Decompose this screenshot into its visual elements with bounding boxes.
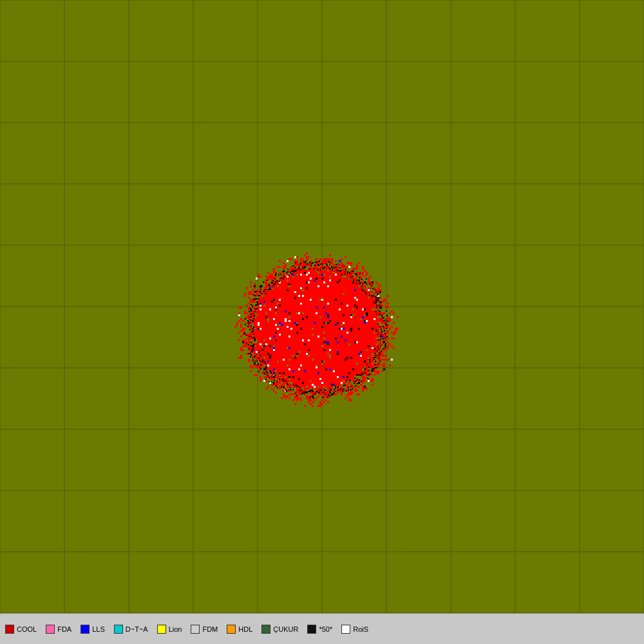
map-container: COOLFDALLSD~T~ALionFDMHDLÇUKUR*50*RoiS — [0, 0, 644, 644]
legend-label: *50* — [319, 625, 332, 633]
legend-label: RoiS — [353, 625, 368, 633]
legend-swatch — [341, 625, 350, 634]
legend-swatch — [114, 625, 123, 634]
legend-label: FDM — [202, 625, 218, 633]
legend-item-ukur: ÇUKUR — [261, 625, 298, 634]
legend-item-rois: RoiS — [341, 625, 368, 634]
legend-item-hdl: HDL — [227, 625, 252, 634]
legend-label: LLS — [92, 625, 105, 633]
legend-label: ÇUKUR — [273, 625, 298, 633]
legend-swatch — [80, 625, 90, 634]
map-canvas — [0, 0, 644, 644]
legend-item-50: *50* — [307, 625, 332, 634]
legend-swatch — [191, 625, 200, 634]
legend-item-cool: COOL — [5, 625, 37, 634]
legend-swatch — [227, 625, 236, 634]
legend-item-dta: D~T~A — [114, 625, 148, 634]
legend-swatch — [46, 625, 55, 634]
legend-swatch — [307, 625, 316, 634]
legend-label: Lion — [169, 625, 182, 633]
legend-label: HDL — [238, 625, 252, 633]
legend-bar: COOLFDALLSD~T~ALionFDMHDLÇUKUR*50*RoiS — [0, 613, 644, 644]
legend-swatch — [261, 625, 270, 634]
legend-swatch — [157, 625, 166, 634]
legend-label: D~T~A — [126, 625, 148, 633]
legend-label: COOL — [17, 625, 37, 633]
legend-item-lion: Lion — [157, 625, 182, 634]
legend-item-lls: LLS — [80, 625, 105, 634]
legend-item-fdm: FDM — [191, 625, 218, 634]
legend-swatch — [5, 625, 14, 634]
legend-item-fda: FDA — [46, 625, 71, 634]
legend-label: FDA — [57, 625, 71, 633]
